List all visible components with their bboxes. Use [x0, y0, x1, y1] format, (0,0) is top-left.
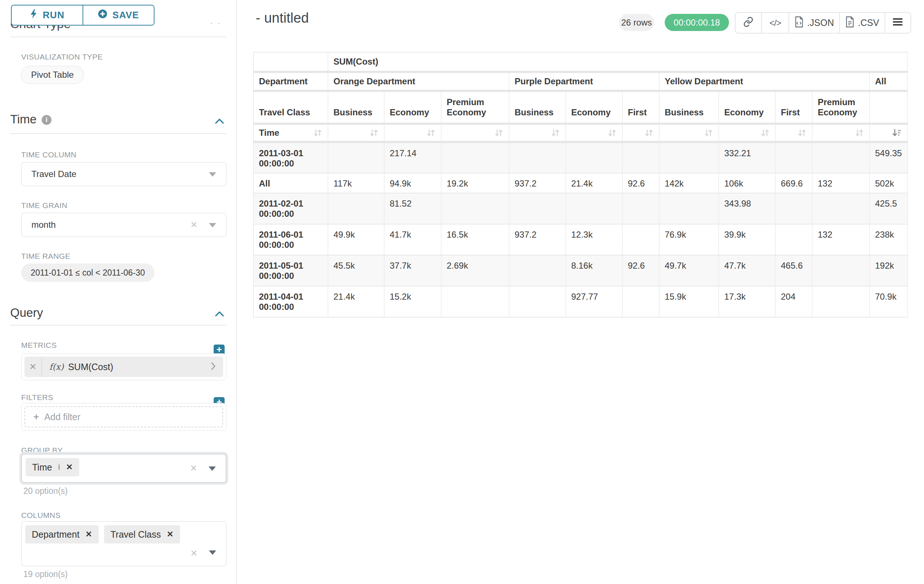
remove-tag-icon[interactable]: ✕ — [86, 530, 92, 538]
all-column-subheader — [870, 91, 908, 124]
sort-icon[interactable] — [644, 128, 654, 138]
sortable-column-cell — [566, 124, 622, 142]
value-cell: 132 — [812, 224, 870, 255]
value-cell — [441, 193, 509, 224]
row-header: 2011-03-01 00:00:00 — [254, 142, 328, 173]
time-column-label: TIME COLUMN — [21, 150, 76, 159]
sort-icon[interactable] — [797, 128, 807, 138]
embed-code-button[interactable]: </> — [762, 13, 789, 33]
run-button[interactable]: RUN — [12, 5, 82, 25]
visualization-type-pill[interactable]: Pivot Table — [21, 66, 84, 84]
menu-icon — [893, 18, 903, 28]
sort-icon[interactable] — [313, 128, 322, 138]
table-row: 2011-03-01 00:00:00217.14332.21549.35 — [254, 142, 908, 173]
pivot-table: SUM(Cost)DepartmentOrange DepartmentPurp… — [253, 52, 908, 317]
travel-class-header: First — [622, 91, 659, 124]
collapse-query-section-icon[interactable] — [215, 310, 224, 318]
value-cell: 92.6 — [622, 255, 659, 286]
travel-class-header: Premium Economy — [441, 91, 509, 124]
value-cell: 425.5 — [870, 193, 908, 224]
collapse-time-section-icon[interactable] — [215, 118, 224, 125]
info-icon[interactable]: i — [42, 115, 51, 125]
value-cell — [659, 142, 719, 173]
corner-cell — [254, 52, 328, 72]
row-count-badge: 26 rows — [619, 14, 654, 31]
row-dimension-travel-class: Travel Class — [254, 91, 328, 124]
remove-tag-icon[interactable]: ✕ — [167, 530, 173, 538]
value-cell: 81.52 — [384, 193, 441, 224]
chart-title[interactable]: - untitled — [256, 10, 309, 26]
sort-icon[interactable] — [761, 128, 770, 138]
sort-icon[interactable] — [551, 128, 560, 138]
sort-icon[interactable] — [494, 128, 504, 138]
sort-icon[interactable] — [369, 128, 379, 138]
columns-options-hint: 19 option(s) — [23, 569, 68, 579]
add-filter-placeholder: Add filter — [44, 412, 80, 422]
value-cell — [441, 142, 509, 173]
chevron-right-icon[interactable] — [211, 362, 216, 372]
add-filter-dropzone[interactable]: + Add filter — [25, 406, 223, 428]
sort-icon[interactable] — [855, 128, 864, 138]
sortable-column-cell — [384, 124, 441, 142]
query-section-title: Query — [10, 306, 43, 320]
value-cell: 45.5k — [328, 255, 384, 286]
sort-icon[interactable] — [607, 128, 617, 138]
value-cell: 343.98 — [719, 193, 776, 224]
value-cell: 15.9k — [659, 286, 719, 317]
columns-tag[interactable]: Travel Class ✕ — [104, 525, 180, 543]
run-save-button-group: RUN SAVE — [11, 5, 155, 26]
export-csv-button[interactable]: .CSV — [840, 13, 885, 33]
chevron-down-icon[interactable] — [209, 550, 216, 555]
row-dimension-department: Department — [254, 72, 328, 91]
travel-class-header: Premium Economy — [812, 91, 870, 124]
clear-icon[interactable]: ✕ — [190, 464, 197, 473]
info-icon[interactable]: i — [58, 462, 60, 472]
clear-icon[interactable]: ✕ — [190, 220, 198, 229]
value-cell: 192k — [870, 255, 908, 286]
sort-icon[interactable] — [426, 128, 436, 138]
value-cell — [509, 286, 566, 317]
time-range-pill[interactable]: 2011-01-01 ≤ col < 2011-06-30 — [21, 263, 155, 282]
row-header: 2011-02-01 00:00:00 — [254, 193, 328, 224]
value-cell: 92.6 — [622, 173, 659, 193]
sortable-column-cell — [509, 124, 566, 142]
chevron-down-icon[interactable] — [209, 172, 216, 177]
remove-tag-icon[interactable]: ✕ — [66, 463, 73, 471]
value-cell — [659, 193, 719, 224]
chevron-down-icon[interactable] — [208, 466, 216, 471]
chevron-down-icon[interactable] — [209, 223, 216, 227]
time-range-label: TIME RANGE — [21, 252, 71, 261]
travel-class-header: Business — [509, 91, 566, 124]
time-row-dimension: Time — [254, 124, 328, 142]
more-options-button[interactable] — [885, 13, 911, 33]
value-cell — [509, 255, 566, 286]
group-by-select[interactable]: Time i ✕ ✕ — [21, 454, 226, 483]
columns-select[interactable]: Department ✕ Travel Class ✕ ✕ — [21, 521, 226, 566]
value-cell: 76.9k — [659, 224, 719, 255]
group-by-options-hint: 20 option(s) — [23, 486, 68, 496]
save-button[interactable]: SAVE — [82, 5, 154, 25]
sort-descending-icon[interactable] — [892, 128, 902, 138]
value-cell — [776, 224, 812, 255]
value-cell: 19.2k — [441, 173, 509, 193]
short-link-button[interactable] — [736, 13, 762, 33]
sortable-column-cell — [328, 124, 384, 142]
value-cell: 217.14 — [384, 142, 441, 173]
time-grain-select[interactable]: month ✕ — [21, 213, 226, 237]
columns-tag[interactable]: Department ✕ — [25, 525, 99, 543]
sort-icon[interactable] — [704, 128, 713, 138]
value-cell — [441, 286, 509, 317]
plus-icon: + — [33, 411, 39, 423]
function-icon: f(x) — [49, 362, 64, 372]
travel-class-header: Business — [659, 91, 719, 124]
remove-metric-icon[interactable]: ✕ — [25, 357, 42, 377]
value-cell: 502k — [870, 173, 908, 193]
export-json-button[interactable]: .JSON — [789, 13, 840, 33]
clear-icon[interactable]: ✕ — [190, 549, 198, 558]
value-cell: 132 — [812, 173, 870, 193]
sortable-column-cell — [659, 124, 719, 142]
time-column-select[interactable]: Travel Date — [21, 162, 226, 186]
group-by-tag[interactable]: Time i ✕ — [26, 458, 79, 476]
metric-pill[interactable]: ✕ f(x) SUM(Cost) — [25, 357, 223, 377]
value-cell: 937.2 — [509, 173, 566, 193]
